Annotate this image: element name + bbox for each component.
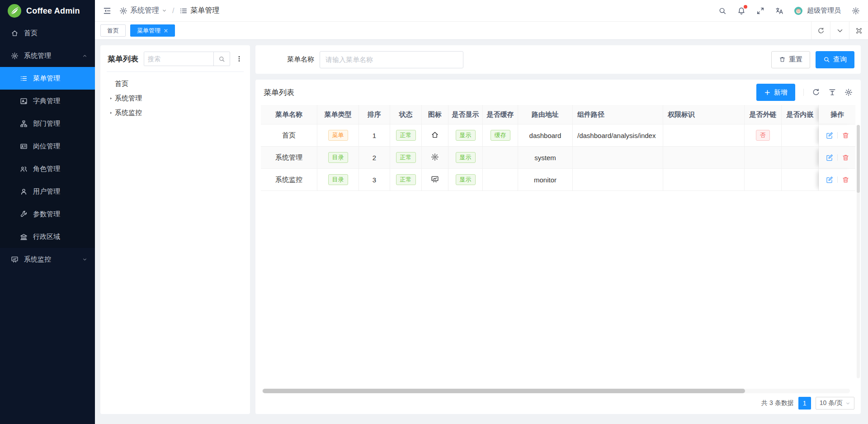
tree-item-系统监控[interactable]: 系统监控 — [107, 105, 244, 120]
badge-显示: 显示 — [456, 130, 476, 141]
breadcrumb: 系统管理 / 菜单管理 — [119, 6, 219, 15]
column-header-icon: 图标 — [422, 105, 448, 124]
sidebar-item-region-management[interactable]: 行政区域 — [0, 225, 95, 248]
table-title: 菜单列表 — [264, 87, 294, 98]
sidebar-item-label: 岗位管理 — [33, 142, 88, 151]
breadcrumb-item-menu[interactable]: 菜单管理 — [179, 6, 219, 15]
sidebar-item-role-management[interactable]: 角色管理 — [0, 157, 95, 180]
column-header-actions: 操作 — [819, 105, 855, 124]
sidebar-item-home[interactable]: 首页 — [0, 22, 95, 44]
breadcrumb-label: 菜单管理 — [190, 6, 219, 15]
tree-item-系统管理[interactable]: 系统管理 — [107, 91, 244, 105]
sidebar-item-post-management[interactable]: 岗位管理 — [0, 135, 95, 157]
breadcrumb-label: 系统管理 — [130, 6, 159, 15]
query-label: 查询 — [833, 55, 847, 64]
sidebar-item-user-management[interactable]: 用户管理 — [0, 180, 95, 203]
sidebar-item-dept-management[interactable]: 部门管理 — [0, 112, 95, 135]
refresh-table-icon[interactable] — [812, 88, 820, 96]
chevron-down-icon — [82, 257, 88, 262]
delete-icon[interactable] — [842, 154, 849, 162]
action-divider — [837, 176, 838, 183]
org-icon — [20, 120, 28, 128]
column-header-cache: 是否缓存 — [483, 105, 518, 124]
sidebar-item-label: 参数管理 — [33, 210, 88, 219]
horizontal-scrollbar[interactable] — [262, 389, 850, 393]
sidebar-nav: 首页系统管理菜单管理字典管理部门管理岗位管理角色管理用户管理参数管理行政区域系统… — [0, 22, 95, 424]
cell-icon — [422, 147, 448, 169]
sidebar-item-label: 部门管理 — [33, 119, 88, 128]
maximize-content-icon[interactable] — [849, 22, 868, 39]
chevron-down-icon — [162, 8, 167, 13]
tree-item-首页[interactable]: 首页 — [107, 76, 244, 91]
refresh-tab-icon[interactable] — [811, 22, 830, 39]
monitor-icon — [11, 256, 19, 263]
cell-type: 目录 — [317, 147, 359, 169]
cell-visible: 显示 — [448, 147, 483, 169]
wrench-icon — [20, 210, 28, 218]
tree-search — [144, 52, 230, 66]
notifications-bell-icon[interactable] — [737, 7, 745, 15]
column-header-type: 菜单类型 — [317, 105, 359, 124]
app-title: Coffee Admin — [26, 6, 80, 16]
cell-name: 系统监控 — [261, 169, 317, 191]
sidebar-item-system-management[interactable]: 系统管理 — [0, 44, 95, 67]
tab-首页[interactable]: 首页 — [100, 24, 126, 37]
cell-cache — [483, 169, 518, 191]
sidebar-item-menu-management[interactable]: 菜单管理 — [0, 67, 95, 90]
list-icon — [20, 75, 28, 82]
fullscreen-icon[interactable] — [756, 7, 764, 15]
page-size-select[interactable]: 10 条/页 — [816, 397, 854, 410]
total-count: 共 3 条数据 — [761, 399, 794, 407]
caret-right-icon[interactable] — [107, 96, 115, 100]
cell-icon — [422, 169, 448, 191]
user-menu[interactable]: 超级管理员 — [794, 6, 841, 15]
edit-icon[interactable] — [826, 132, 833, 139]
row-density-icon[interactable] — [828, 88, 836, 96]
settings-gear-icon[interactable] — [852, 7, 860, 15]
add-button[interactable]: 新增 — [756, 84, 795, 101]
cell-component — [573, 147, 663, 169]
delete-icon[interactable] — [842, 132, 849, 139]
caret-right-icon[interactable] — [107, 111, 115, 115]
search-icon — [218, 56, 225, 62]
search-icon[interactable] — [718, 7, 726, 15]
breadcrumb-item-system[interactable]: 系统管理 — [119, 6, 167, 15]
sidebar-item-dict-management[interactable]: 字典管理 — [0, 90, 95, 112]
menu-name-input[interactable] — [320, 51, 463, 68]
badge-正常: 正常 — [396, 130, 416, 141]
close-icon[interactable] — [164, 29, 168, 33]
add-label: 新增 — [774, 88, 788, 97]
delete-icon[interactable] — [842, 176, 849, 184]
edit-icon[interactable] — [826, 154, 833, 162]
page-number-1[interactable]: 1 — [798, 397, 811, 410]
tree-more-kebab-icon[interactable] — [236, 55, 243, 62]
sidebar-item-system-monitor[interactable]: 系统监控 — [0, 248, 95, 271]
sidebar-item-param-management[interactable]: 参数管理 — [0, 203, 95, 225]
cell-embedded — [782, 124, 819, 147]
cell-type: 菜单 — [317, 124, 359, 147]
tab-dropdown-chevron-icon[interactable] — [830, 22, 849, 39]
home-icon — [431, 131, 439, 139]
monitor-icon — [431, 175, 439, 183]
query-button[interactable]: 查询 — [816, 51, 854, 68]
cell-visible: 显示 — [448, 169, 483, 191]
collapse-sidebar-icon[interactable] — [103, 7, 111, 15]
cell-route: system — [518, 147, 573, 169]
menu-table-card: 菜单列表 新增 菜单名称菜单类型排序状态图标是否显示是否缓 — [255, 80, 861, 414]
cell-external: 否 — [745, 124, 782, 147]
reset-button[interactable]: 重置 — [771, 51, 810, 68]
column-settings-gear-icon[interactable] — [844, 88, 853, 96]
page-size-value: 10 条/页 — [820, 399, 843, 407]
cell-embedded — [782, 169, 819, 191]
vertical-scrollbar[interactable] — [857, 125, 860, 378]
edit-icon[interactable] — [826, 176, 833, 184]
tree-item-label: 系统监控 — [115, 109, 142, 117]
tree-search-button[interactable] — [213, 52, 230, 66]
tree-search-input[interactable] — [144, 52, 213, 66]
app-logo[interactable]: Coffee Admin — [0, 0, 95, 22]
tab-菜单管理[interactable]: 菜单管理 — [130, 24, 175, 37]
horizontal-scrollbar-thumb[interactable] — [263, 389, 745, 393]
vertical-scrollbar-thumb[interactable] — [857, 125, 860, 193]
translate-icon[interactable] — [775, 7, 783, 15]
cell-permission — [663, 124, 745, 147]
